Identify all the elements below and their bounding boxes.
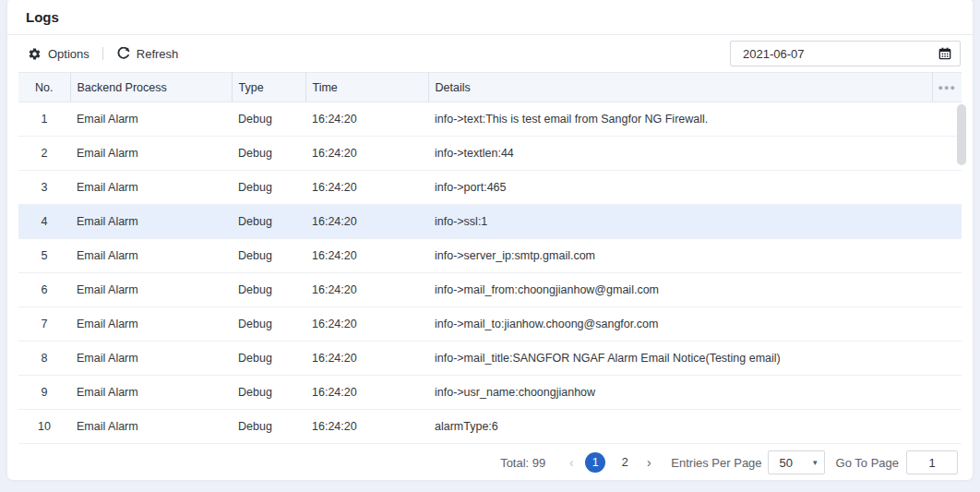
date-picker[interactable] <box>730 41 961 66</box>
cell-actions <box>932 239 962 273</box>
table-row[interactable]: 3 Email Alarm Debug 16:24:20 info->port:… <box>18 171 962 205</box>
column-header-time[interactable]: Time <box>305 73 428 102</box>
cell-actions <box>932 273 962 307</box>
cell-type: Debug <box>232 307 305 342</box>
cell-details: info->server_ip:smtp.gmail.com <box>428 239 932 273</box>
cell-backend-process: Email Alarm <box>70 342 232 376</box>
cell-details: info->mail_from:choongjianhow@gmail.com <box>428 273 932 307</box>
cell-no: 10 <box>18 410 70 444</box>
column-header-type[interactable]: Type <box>232 73 305 102</box>
cell-type: Debug <box>232 205 305 239</box>
toolbar-divider <box>102 47 103 60</box>
cell-details: info->mail_title:SANGFOR NGAF Alarm Emai… <box>428 342 932 376</box>
table-row[interactable]: 1 Email Alarm Debug 16:24:20 info->text:… <box>18 102 962 137</box>
go-to-page-input[interactable] <box>906 450 958 474</box>
cell-type: Debug <box>232 410 305 444</box>
cell-time: 16:24:20 <box>305 307 428 342</box>
cell-no: 6 <box>18 273 70 307</box>
entries-per-page-value: 50 <box>780 456 793 470</box>
more-columns-icon[interactable]: ●●● <box>932 73 962 102</box>
cell-time: 16:24:20 <box>305 102 428 137</box>
total-count: Total: 99 <box>500 456 545 470</box>
cell-time: 16:24:20 <box>305 342 428 376</box>
column-header-backend-process[interactable]: Backend Process <box>70 73 232 102</box>
cell-type: Debug <box>232 102 305 137</box>
logs-panel: Logs Options Refresh <box>7 0 973 480</box>
cell-details: info->textlen:44 <box>428 137 932 171</box>
cell-time: 16:24:20 <box>305 205 428 239</box>
cell-time: 16:24:20 <box>305 410 428 444</box>
table-row[interactable]: 8 Email Alarm Debug 16:24:20 info->mail_… <box>18 342 962 376</box>
next-page-button[interactable]: › <box>639 455 658 470</box>
log-table-body: 1 Email Alarm Debug 16:24:20 info->text:… <box>18 102 962 444</box>
table-row[interactable]: 2 Email Alarm Debug 16:24:20 info->textl… <box>18 137 962 171</box>
refresh-button[interactable]: Refresh <box>116 47 179 61</box>
cell-time: 16:24:20 <box>305 171 428 205</box>
cell-time: 16:24:20 <box>305 376 428 410</box>
cell-type: Debug <box>232 239 305 273</box>
page-title: Logs <box>7 0 973 35</box>
table-row[interactable]: 4 Email Alarm Debug 16:24:20 info->ssl:1 <box>18 205 962 239</box>
cell-details: info->port:465 <box>428 171 932 205</box>
cell-backend-process: Email Alarm <box>70 376 232 410</box>
gear-icon <box>28 47 42 61</box>
cell-no: 1 <box>18 102 70 137</box>
cell-actions <box>932 307 962 342</box>
cell-time: 16:24:20 <box>305 137 428 171</box>
cell-actions <box>932 205 962 239</box>
cell-time: 16:24:20 <box>305 239 428 273</box>
cell-details: info->mail_to:jianhow.choong@sangfor.com <box>428 307 932 342</box>
log-table: No. Backend Process Type Time Details ●●… <box>18 72 962 444</box>
cell-backend-process: Email Alarm <box>70 239 232 273</box>
cell-backend-process: Email Alarm <box>70 273 232 307</box>
go-to-page-label: Go To Page <box>836 456 899 470</box>
log-table-header: No. Backend Process Type Time Details ●●… <box>18 73 962 102</box>
entries-per-page-select[interactable]: 50 ▾ <box>768 450 825 474</box>
entries-per-page-label: Entries Per Page <box>671 456 761 470</box>
refresh-icon <box>116 47 130 61</box>
cell-details: info->usr_name:choongjianhow <box>428 376 932 410</box>
cell-actions <box>932 410 962 444</box>
refresh-label: Refresh <box>137 47 179 61</box>
cell-backend-process: Email Alarm <box>70 410 232 444</box>
cell-no: 3 <box>18 171 70 205</box>
cell-backend-process: Email Alarm <box>70 205 232 239</box>
table-row[interactable]: 6 Email Alarm Debug 16:24:20 info->mail_… <box>18 273 962 307</box>
calendar-icon[interactable] <box>938 46 952 61</box>
cell-actions <box>932 171 962 205</box>
cell-backend-process: Email Alarm <box>70 137 232 171</box>
table-row[interactable]: 5 Email Alarm Debug 16:24:20 info->serve… <box>18 239 962 273</box>
options-label: Options <box>48 47 90 61</box>
table-row[interactable]: 7 Email Alarm Debug 16:24:20 info->mail_… <box>18 307 962 342</box>
cell-type: Debug <box>232 376 305 410</box>
cell-type: Debug <box>232 171 305 205</box>
pagination-bar: Total: 99 ‹ 1 2 › Entries Per Page 50 ▾ … <box>7 444 973 481</box>
column-header-no[interactable]: No. <box>18 73 70 102</box>
cell-actions <box>932 376 962 410</box>
cell-no: 2 <box>18 137 70 171</box>
cell-details: info->ssl:1 <box>428 205 932 239</box>
toolbar: Options Refresh <box>7 35 973 72</box>
page-button-1[interactable]: 1 <box>585 452 605 473</box>
table-row[interactable]: 10 Email Alarm Debug 16:24:20 alarmType:… <box>18 410 962 444</box>
cell-no: 9 <box>18 376 70 410</box>
cell-backend-process: Email Alarm <box>70 307 232 342</box>
cell-backend-process: Email Alarm <box>70 171 232 205</box>
cell-details: info->text:This is test email from Sangf… <box>428 102 932 137</box>
page-button-2[interactable]: 2 <box>615 452 635 473</box>
table-row[interactable]: 9 Email Alarm Debug 16:24:20 info->usr_n… <box>18 376 962 410</box>
prev-page-button[interactable]: ‹ <box>562 455 580 470</box>
chevron-down-icon: ▾ <box>813 458 818 467</box>
cell-no: 8 <box>18 342 70 376</box>
column-header-details[interactable]: Details <box>428 73 932 102</box>
options-button[interactable]: Options <box>28 47 90 61</box>
cell-details: alarmType:6 <box>428 410 932 444</box>
vertical-scrollbar-thumb[interactable] <box>957 104 966 165</box>
cell-time: 16:24:20 <box>305 273 428 307</box>
cell-no: 5 <box>18 239 70 273</box>
cell-actions <box>932 342 962 376</box>
cell-type: Debug <box>232 273 305 307</box>
date-input[interactable] <box>731 47 938 61</box>
cell-no: 4 <box>18 205 70 239</box>
cell-type: Debug <box>232 342 305 376</box>
